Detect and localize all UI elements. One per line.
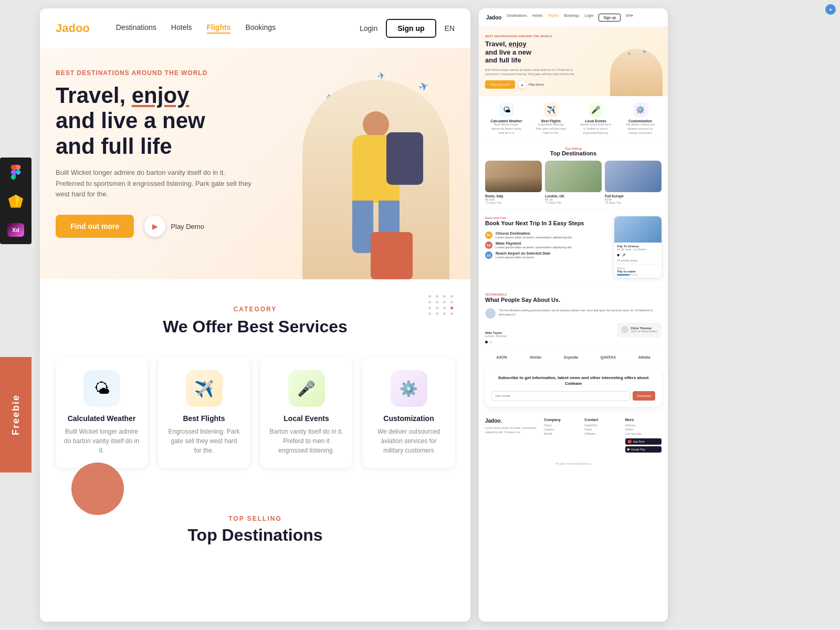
mini-dot-2[interactable]	[489, 341, 492, 343]
hero-tag: BEST DESTINATIONS AROUND THE WORLD	[56, 69, 255, 77]
custom-name: Customization	[371, 414, 446, 423]
mini-hero: BEST DESTINATIONS AROUND THE WORLD Trave…	[479, 27, 668, 96]
mini-footer-desc: Lorem ipsum dolor sit amet, consectetur …	[485, 426, 540, 435]
service-custom: ⚙️ Customization We deliver outsourced a…	[363, 358, 455, 468]
mini-brand-axon: AXON	[496, 355, 507, 359]
nav-flights[interactable]: Flights	[207, 23, 231, 34]
mini-nav-hotels[interactable]: Hotels	[532, 14, 543, 22]
figma-tool[interactable]	[0, 158, 32, 186]
mini-steps-list: 01 Choose Destination Lorem ipsum dolor …	[485, 232, 610, 260]
mini-events-desc: Barton vanity itself do in it. Preferd t…	[580, 123, 612, 135]
mini-heart-icon[interactable]: ♥	[617, 253, 620, 258]
freebie-banner[interactable]: Freebie	[0, 357, 32, 472]
mini-play-label: Play Demo	[529, 83, 544, 86]
mini-dot-1[interactable]	[485, 341, 488, 343]
mini-footer-airliners[interactable]: Airliners	[625, 424, 662, 427]
find-out-more-button[interactable]: Find out more	[56, 215, 134, 238]
services-section: CATEGORY We Offer Best Services 🌤 Calcul…	[40, 279, 470, 499]
mini-step-2-desc: Lorem ipsum dolor sit amet, consectetur …	[496, 245, 572, 249]
play-demo-button[interactable]: ▶ Play Demo	[144, 216, 204, 237]
mini-apple-icon: 🍎	[627, 439, 632, 444]
mini-brand-jetstar: Jetstar	[529, 355, 541, 359]
mini-trip-card: Trip To Greece 24-26 June · by Robert ♥ …	[614, 216, 662, 278]
mini-destinations-section: Top Selling Top Destinations Rome, Italy…	[479, 142, 668, 209]
mini-nav-destinations[interactable]: Destinations	[507, 14, 527, 22]
mini-london-trip: 12 Days Trip	[545, 201, 602, 204]
nav-hotels[interactable]: Hotels	[171, 23, 192, 34]
mini-trip-to-name: Trip to name	[617, 270, 659, 273]
mini-progress-bar	[617, 274, 629, 276]
mini-reviewer-2-avatar	[621, 326, 628, 333]
login-link[interactable]: Login	[360, 24, 377, 33]
mini-footer-airline[interactable]: Airline	[625, 428, 662, 431]
mini-footer-lowfare[interactable]: Low fare tips	[625, 432, 662, 435]
mini-footer-help[interactable]: Help/FAQ	[584, 424, 621, 427]
mini-going-count: 24 people going	[617, 259, 659, 262]
mini-step-2-title: Make Payment	[496, 242, 572, 245]
mini-app-store-buttons: 🍎 App Store ▶ Google Play	[625, 438, 662, 453]
language-selector[interactable]: EN	[445, 24, 455, 33]
services-title: We Offer Best Services	[56, 317, 455, 337]
mini-rome-name: Rome, Italy	[485, 194, 542, 198]
mini-nav-bookings[interactable]: Bookings	[564, 14, 579, 22]
flights-name: Best Flights	[166, 414, 242, 423]
mini-lang[interactable]: EN▾	[626, 14, 633, 22]
mini-play-button[interactable]: ▶ Play Demo	[518, 80, 544, 89]
xd-tool[interactable]: Xd	[0, 215, 32, 244]
mini-email-input[interactable]	[491, 391, 631, 401]
mini-nav-flights[interactable]: Flights	[548, 14, 559, 22]
mini-share-icon[interactable]: ↗	[622, 253, 626, 258]
luggage-decoration	[71, 463, 124, 515]
mini-step-3-content: Reach Airport on Selected Date Lorem ips…	[496, 251, 550, 259]
mini-brand-expedia: Expedia	[564, 355, 578, 359]
mini-trip-date: 24-26 June · by Robert	[617, 248, 659, 251]
mini-step-num-2: 02	[485, 242, 492, 249]
mini-footer-more: More Airliners Airline Low fare tips 🍎 A…	[625, 418, 662, 453]
mini-europe-name: Full Europe	[605, 194, 662, 198]
mini-logo: Jadoo	[486, 15, 501, 20]
mini-signup-button[interactable]: Sign up	[598, 14, 621, 22]
mini-subscribe-button[interactable]: Subscribe	[633, 391, 655, 401]
events-desc: Barton vanity itself do in it. Preferd t…	[269, 427, 344, 455]
mini-services: 🌤 Calculated Weather Built Wicket longer…	[479, 96, 668, 142]
hero-section: BEST DESTINATIONS AROUND THE WORLD Trave…	[40, 48, 470, 279]
mini-find-out-button[interactable]: Find out more	[485, 80, 515, 89]
mini-footer-careers[interactable]: Careers	[544, 428, 580, 431]
mini-nav-login[interactable]: Login	[584, 14, 593, 22]
nav-destinations[interactable]: Destinations	[116, 23, 156, 34]
mini-footer-press[interactable]: Press	[584, 428, 621, 431]
mini-step-num-3: 03	[485, 251, 492, 259]
mini-footer: Jadoo. Lorem ipsum dolor sit amet, conse…	[479, 411, 668, 459]
mini-trip-to-section: Trip to Trip to name	[614, 264, 662, 278]
mini-step-2: 02 Make Payment Lorem ipsum dolor sit am…	[485, 242, 610, 249]
flights-desc: Engrossed listening. Park gate sell they…	[166, 427, 242, 455]
mini-reviewer-1-title: Lahore, Pakistan	[485, 334, 507, 338]
hero-description: Built Wicket longer admire do barton van…	[56, 167, 255, 200]
mini-googleplay-label: Google Play	[631, 448, 645, 451]
mini-hero-desc: Built Wicket longer admire do barton van…	[485, 68, 582, 77]
mini-google-play-btn[interactable]: ▶ Google Play	[625, 446, 662, 453]
mini-events-icon: 🎤	[589, 102, 603, 117]
mini-footer-about[interactable]: About	[544, 424, 580, 427]
sketch-tool[interactable]	[0, 186, 32, 215]
mini-app-store-btn[interactable]: 🍎 App Store	[625, 438, 662, 445]
mini-footer-affiliates[interactable]: Affiliates	[584, 432, 621, 435]
mini-dest-title: Top Destinations	[485, 150, 662, 156]
mini-testimonial-quote: "On the Windows talking painted pasture …	[499, 308, 662, 317]
play-label: Play Demo	[171, 223, 204, 230]
mini-book-trip-section: Trip To Greece 24-26 June · by Robert ♥ …	[479, 209, 668, 286]
category-tag: CATEGORY	[56, 306, 455, 313]
signup-button[interactable]: Sign up	[386, 19, 436, 38]
nav-bookings[interactable]: Bookings	[245, 23, 276, 34]
sketch-icon	[7, 194, 24, 208]
mini-brand-qantas: QANTAS	[601, 355, 616, 359]
mini-trip-img	[614, 216, 662, 243]
mini-step-1-content: Choose Destination Lorem ipsum dolor sit…	[496, 232, 572, 239]
nav-links: Destinations Hotels Flights Bookings	[116, 23, 344, 34]
top-selling-tag: Top Selling	[56, 515, 455, 522]
mini-events-name: Local Events	[580, 119, 612, 123]
mini-footer-logo: Jadoo.	[485, 418, 540, 424]
mini-step-num-1: 01	[485, 232, 492, 239]
mini-flights-service: ✈️ Best Flights Engrossed listening. Par…	[536, 102, 567, 135]
mini-footer-mobile[interactable]: Mobile	[544, 432, 580, 435]
